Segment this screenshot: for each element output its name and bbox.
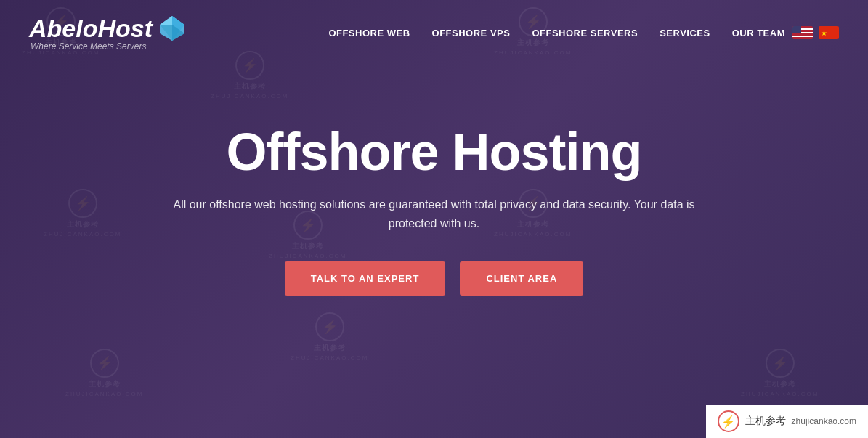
hero-subtitle: All our offshore web hosting solutions a… [158, 195, 710, 232]
main-nav: OFFSHORE WEB OFFSHORE VPS OFFSHORE SERVE… [328, 28, 785, 38]
bottom-bar-url: zhujicankao.com [792, 416, 856, 426]
logo-diamond-icon [158, 15, 186, 42]
bottom-watermark-bar: ⚡ 主机参考 zhujicankao.com [706, 405, 868, 438]
bottom-bar-icon: ⚡ [718, 410, 739, 432]
logo-area[interactable]: AbeloHost Where Service Meets Servers [29, 15, 186, 52]
client-area-button[interactable]: CLIENT AREA [460, 261, 583, 296]
hero-section: Offshore Hosting All our offshore web ho… [0, 94, 868, 325]
logo[interactable]: AbeloHost [29, 15, 186, 43]
hero-title: Offshore Hosting [227, 123, 642, 181]
flag-cn-icon[interactable] [819, 26, 839, 39]
flag-us-icon[interactable] [792, 26, 813, 39]
talk-to-expert-button[interactable]: TALK TO AN EXPERT [285, 261, 446, 296]
logo-tagline: Where Service Meets Servers [29, 41, 186, 52]
nav-services[interactable]: SERVICES [660, 28, 710, 38]
bottom-bar-label: 主机参考 [745, 415, 786, 428]
nav-our-team[interactable]: OUR TEAM [732, 28, 785, 38]
hero-buttons: TALK TO AN EXPERT CLIENT AREA [285, 261, 584, 296]
nav-offshore-vps[interactable]: OFFSHORE VPS [432, 28, 511, 38]
header: AbeloHost Where Service Meets Servers OF… [0, 0, 868, 65]
nav-offshore-web[interactable]: OFFSHORE WEB [328, 28, 410, 38]
language-flags [792, 26, 839, 39]
logo-text: AbeloHost [29, 15, 153, 43]
nav-offshore-servers[interactable]: OFFSHORE SERVERS [532, 28, 638, 38]
